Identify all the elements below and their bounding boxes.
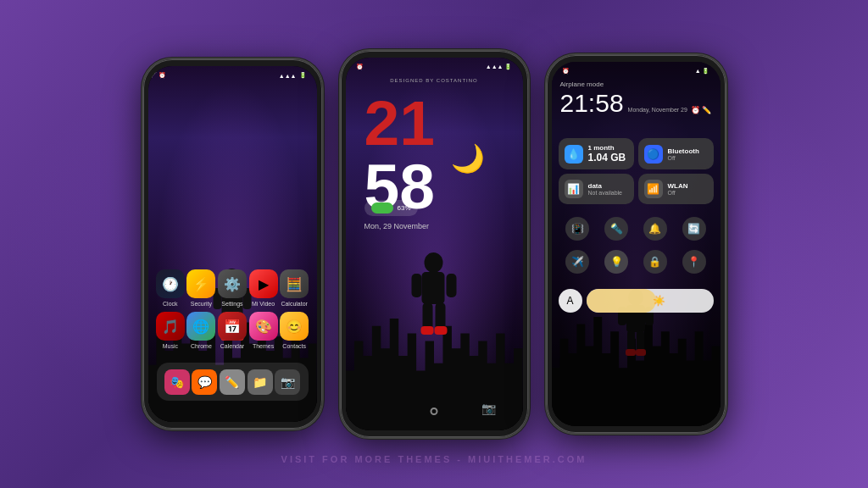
signal-label: data bbox=[588, 182, 622, 190]
app-music[interactable]: 🎵 Music bbox=[155, 312, 186, 349]
signal-value: Not available bbox=[588, 190, 622, 196]
ctrl-date: Monday, November 29 bbox=[628, 107, 687, 113]
location-button[interactable]: 📍 bbox=[682, 250, 706, 274]
apps-row-2: 🎵 Music 🌐 Chrome 📅 Calendar 🎨 bbox=[155, 312, 310, 349]
dock-icon-1[interactable]: 🎭 bbox=[164, 369, 190, 395]
data-icon: 💧 bbox=[565, 145, 583, 164]
wlan-value: Off bbox=[668, 190, 688, 196]
app-themes[interactable]: 🎨 Themes bbox=[248, 312, 279, 349]
app-settings[interactable]: ⚙️ Settings bbox=[217, 269, 248, 307]
dock-icon-4[interactable]: 📁 bbox=[248, 369, 273, 395]
phone-2-screen: 🌙 bbox=[346, 58, 523, 430]
airplane-mode-label: Airplane mode bbox=[560, 80, 604, 88]
dock-icon-5[interactable]: 📷 bbox=[275, 369, 300, 395]
wlan-icon: 📶 bbox=[644, 180, 663, 198]
bluetooth-value: Off bbox=[668, 155, 699, 161]
phone-1-apps-grid: 🕐 Clock ⚡ Security ⚙️ Settings ▶ bbox=[148, 269, 317, 354]
torch-button[interactable]: 🔦 bbox=[604, 217, 628, 241]
wlan-label: WLAN bbox=[668, 182, 688, 190]
svg-rect-10 bbox=[412, 274, 422, 297]
app-music-label: Music bbox=[163, 343, 178, 349]
app-contacts[interactable]: 😊 Contacts bbox=[279, 312, 310, 349]
phone-2-date: Mon, 29 November bbox=[364, 222, 435, 230]
app-contacts-label: Contacts bbox=[282, 343, 306, 349]
bluetooth-tile[interactable]: 🔵 Bluetooth Off bbox=[638, 138, 714, 169]
app-calc-label: Calculator bbox=[281, 301, 308, 307]
brightness-sun-icon: ☀️ bbox=[653, 295, 665, 307]
data-info: 1 month 1.04 GB bbox=[588, 144, 626, 164]
app-chrome-icon: 🌐 bbox=[186, 312, 215, 341]
status-icons-1: ▲▲▲ 🔋 bbox=[279, 72, 307, 79]
brightness-slider[interactable]: ☀️ bbox=[587, 289, 714, 313]
app-calendar-icon: 📅 bbox=[218, 312, 247, 341]
data-tile[interactable]: 💧 1 month 1.04 GB bbox=[559, 138, 634, 169]
phone-2-hour: 21 bbox=[364, 92, 435, 155]
battery-toggle-icon bbox=[371, 202, 393, 214]
svg-rect-15 bbox=[435, 326, 448, 335]
app-video-label: Mi Video bbox=[252, 301, 275, 307]
battery-percentage: 63% bbox=[398, 204, 411, 212]
wlan-tile[interactable]: 📶 WLAN Off bbox=[638, 174, 714, 204]
data-value: 1.04 GB bbox=[588, 152, 626, 164]
app-calendar[interactable]: 📅 Calendar bbox=[217, 312, 248, 349]
svg-point-8 bbox=[425, 252, 443, 273]
app-themes-label: Themes bbox=[253, 343, 274, 349]
app-calc-icon: 🧮 bbox=[280, 269, 309, 298]
phone-2-status-bar: ⏰ ▲▲▲ 🔋 bbox=[346, 58, 523, 76]
bell-button[interactable]: 🔔 bbox=[643, 217, 667, 241]
app-clock[interactable]: 🕐 Clock bbox=[155, 269, 186, 307]
svg-rect-11 bbox=[447, 274, 457, 297]
app-music-icon: 🎵 bbox=[156, 312, 185, 341]
quick-buttons-row2: ✈️ 💡 🔒 📍 bbox=[559, 250, 714, 274]
app-settings-icon: ⚙️ bbox=[218, 269, 247, 298]
dock-icon-3[interactable]: ✏️ bbox=[220, 369, 245, 395]
data-label: 1 month bbox=[588, 144, 626, 152]
vibrate-button[interactable]: 📳 bbox=[565, 217, 589, 241]
brightness-fill bbox=[587, 289, 657, 313]
phone-3-controlpanel: ⏰ ▲ 🔋 Airplane mode 21:58 Monday, Novemb… bbox=[545, 53, 727, 435]
phone-3-status-bar: ⏰ ▲ 🔋 bbox=[552, 62, 721, 80]
brightness-slider-container: A ☀️ bbox=[559, 289, 714, 313]
app-themes-icon: 🎨 bbox=[249, 312, 278, 341]
home-indicator[interactable] bbox=[431, 408, 438, 415]
signal-tile[interactable]: 📊 data Not available bbox=[559, 174, 634, 204]
page-background: ⏰ ▲▲▲ 🔋 21:58 11/29 Monday bbox=[0, 0, 868, 488]
bluetooth-label: Bluetooth bbox=[668, 147, 699, 155]
app-security-icon: ⚡ bbox=[186, 269, 215, 298]
svg-rect-9 bbox=[422, 272, 445, 304]
svg-rect-14 bbox=[421, 326, 434, 335]
designer-tag: DESIGNED BY COSTANTINO bbox=[346, 78, 523, 83]
app-video-icon: ▶ bbox=[249, 269, 278, 298]
wlan-info: WLAN Off bbox=[668, 182, 688, 196]
app-chrome-label: Chrome bbox=[191, 343, 212, 349]
brightness-button[interactable]: 💡 bbox=[604, 250, 628, 274]
airplane-button[interactable]: ✈️ bbox=[565, 250, 589, 274]
dock-icon-2[interactable]: 💬 bbox=[192, 369, 217, 395]
brightness-icon: A bbox=[559, 289, 582, 313]
lock-button[interactable]: 🔒 bbox=[643, 250, 667, 274]
phone-3-screen: ⏰ ▲ 🔋 Airplane mode 21:58 Monday, Novemb… bbox=[552, 62, 721, 426]
apps-row-1: 🕐 Clock ⚡ Security ⚙️ Settings ▶ bbox=[155, 269, 310, 307]
screen-rotate-button[interactable]: 🔄 bbox=[682, 217, 706, 241]
signal-info: data Not available bbox=[588, 182, 622, 196]
app-calculator[interactable]: 🧮 Calculator bbox=[279, 269, 310, 307]
phone-1-homescreen: ⏰ ▲▲▲ 🔋 21:58 11/29 Monday bbox=[142, 58, 324, 430]
phone-1-status-bar: ⏰ ▲▲▲ 🔋 bbox=[148, 66, 317, 85]
camera-lock-icon[interactable]: 📷 bbox=[481, 402, 496, 415]
phone-1-screen: ⏰ ▲▲▲ 🔋 21:58 11/29 Monday bbox=[148, 66, 317, 422]
signal-icon: 📊 bbox=[565, 180, 583, 198]
app-security[interactable]: ⚡ Security bbox=[186, 269, 217, 307]
app-clock-icon: 🕐 bbox=[156, 269, 185, 298]
app-settings-label: Settings bbox=[221, 301, 242, 307]
watermark: VISIT FOR MORE THEMES - MIUITHEMER.COM bbox=[0, 454, 868, 464]
battery-indicator: 63% bbox=[364, 200, 418, 216]
quick-buttons-row1: 📳 🔦 🔔 🔄 bbox=[559, 217, 714, 241]
phones-container: ⏰ ▲▲▲ 🔋 21:58 11/29 Monday bbox=[142, 0, 727, 488]
app-calendar-label: Calendar bbox=[220, 343, 244, 349]
control-tiles: 💧 1 month 1.04 GB 🔵 Bluetooth Off bbox=[559, 138, 714, 204]
app-video[interactable]: ▶ Mi Video bbox=[248, 269, 279, 307]
app-contacts-icon: 😊 bbox=[280, 312, 309, 341]
ctrl-time-section: 21:58 Monday, November 29 ⏰ ✏️ bbox=[560, 89, 712, 118]
phone-1-dock: 🎭 💬 ✏️ 📁 📷 bbox=[157, 363, 309, 401]
app-chrome[interactable]: 🌐 Chrome bbox=[186, 312, 217, 349]
